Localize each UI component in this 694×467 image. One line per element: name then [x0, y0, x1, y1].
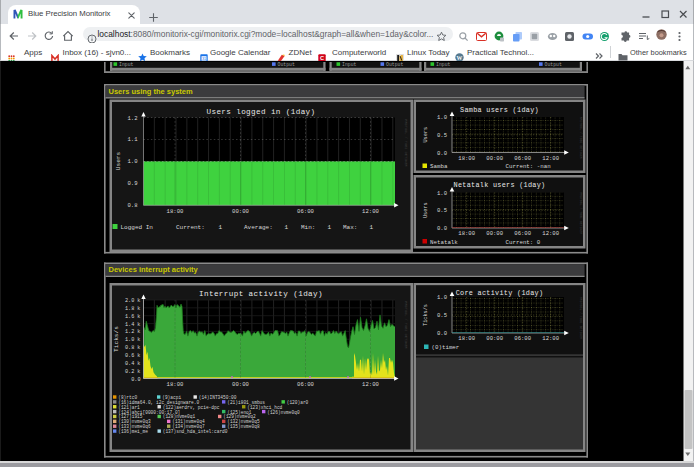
svg-text:06:00: 06:00: [297, 381, 314, 388]
svg-text:Users: Users: [115, 151, 122, 170]
svg-text:0.9: 0.9: [127, 180, 137, 187]
svg-text:00:00: 00:00: [486, 155, 503, 162]
svg-text:0.5: 0.5: [437, 207, 447, 214]
svg-text:0.2 k: 0.2 k: [125, 369, 141, 375]
svg-text:Ticks/s: Ticks/s: [113, 326, 120, 352]
svg-text:W: W: [457, 54, 463, 60]
svg-text:31: 31: [201, 57, 205, 61]
svg-text:Logged In: Logged In: [121, 224, 154, 231]
svg-text:1.0: 1.0: [127, 158, 138, 165]
svg-text:1.8 k: 1.8 k: [125, 306, 141, 312]
svg-text:(136)mei_me: (136)mei_me: [118, 429, 148, 434]
svg-text:00:00: 00:00: [486, 335, 503, 342]
svg-text:12:00: 12:00: [362, 381, 379, 388]
svg-text:Users using the system: Users using the system: [109, 87, 194, 96]
svg-text:0.5: 0.5: [437, 132, 447, 139]
svg-text:2.0 k: 2.0 k: [125, 298, 141, 304]
svg-text:RRDTOOL / TOBI OETIKER: RRDTOOL / TOBI OETIKER: [579, 117, 583, 159]
svg-text:00:00: 00:00: [232, 381, 249, 388]
svg-text:Users: Users: [423, 127, 429, 143]
svg-text:Max:: Max:: [343, 224, 357, 231]
svg-text:00:00: 00:00: [232, 208, 249, 215]
svg-text:Output: Output: [545, 62, 562, 67]
svg-text:06:00: 06:00: [514, 155, 531, 162]
svg-text:1.2 k: 1.2 k: [125, 329, 141, 335]
svg-text:0.5: 0.5: [437, 312, 447, 319]
svg-text:1.0: 1.0: [437, 294, 448, 301]
svg-text:Interrupt activity (1day): Interrupt activity (1day): [199, 290, 323, 298]
svg-text:Users logged in (1day): Users logged in (1day): [206, 108, 315, 116]
svg-text:00:00: 00:00: [486, 230, 503, 237]
svg-text:RRDTOOL / TOBI OETIKER: RRDTOOL / TOBI OETIKER: [404, 301, 408, 349]
svg-text:Current:: Current:: [176, 224, 205, 231]
svg-text:(126)nvme0q0: (126)nvme0q0: [267, 410, 300, 415]
svg-text:1: 1: [327, 224, 331, 231]
svg-text:1.2: 1.2: [127, 115, 137, 122]
svg-text:Netatalk users (1day): Netatalk users (1day): [454, 181, 546, 189]
svg-text:RRDTOOL / TOBI OETIKER: RRDTOOL / TOBI OETIKER: [579, 297, 583, 339]
svg-text:Core activity (1day): Core activity (1day): [456, 289, 544, 297]
svg-text:RRDTOOL / TOBI OETIKER: RRDTOOL / TOBI OETIKER: [404, 119, 408, 167]
svg-text:06:00: 06:00: [297, 208, 314, 215]
svg-text:Input: Input: [342, 62, 357, 67]
svg-text:Output: Output: [278, 62, 295, 67]
svg-text:18:00: 18:00: [167, 208, 184, 215]
svg-text:1.1: 1.1: [127, 136, 138, 143]
svg-text:18:00: 18:00: [458, 230, 475, 237]
svg-text:RRDTOOL / TOBI OETIKER: RRDTOOL / TOBI OETIKER: [579, 192, 583, 234]
svg-text:18:00: 18:00: [458, 335, 475, 342]
svg-text:0.0: 0.0: [437, 225, 448, 232]
svg-text:1.4 k: 1.4 k: [125, 322, 141, 328]
svg-text:0.0: 0.0: [131, 377, 140, 383]
svg-text:0.4 k: 0.4 k: [125, 361, 141, 367]
svg-text:Current: -nan: Current: -nan: [506, 163, 551, 170]
svg-text:06:00: 06:00: [514, 335, 531, 342]
svg-text:C: C: [320, 55, 324, 61]
svg-text:12:00: 12:00: [362, 208, 379, 215]
svg-text:Current: 0: Current: 0: [506, 239, 541, 246]
svg-text:1: 1: [218, 224, 222, 231]
svg-text:0.8: 0.8: [127, 202, 137, 209]
svg-text:1: 1: [284, 224, 288, 231]
svg-text:1.6 k: 1.6 k: [125, 314, 141, 320]
svg-text:06:00: 06:00: [514, 230, 531, 237]
svg-text:1.0 k: 1.0 k: [125, 337, 141, 343]
svg-text:0.0: 0.0: [437, 150, 448, 157]
svg-text:Ticks/s: Ticks/s: [423, 304, 429, 326]
svg-text:Netatalk: Netatalk: [430, 239, 458, 246]
svg-text:Users: Users: [423, 202, 429, 218]
svg-text:1.0: 1.0: [437, 190, 448, 197]
svg-text:1.0: 1.0: [437, 114, 448, 121]
svg-text:Input: Input: [436, 62, 451, 67]
svg-text:Input: Input: [119, 62, 134, 67]
svg-text:Samba users (1day): Samba users (1day): [460, 106, 539, 114]
svg-text:18:00: 18:00: [167, 381, 184, 388]
svg-text:12:00: 12:00: [542, 155, 559, 162]
svg-text:Min:: Min:: [301, 224, 315, 231]
svg-text:18:00: 18:00: [458, 155, 475, 162]
svg-text:Output: Output: [386, 62, 403, 67]
svg-text:(120)ar0: (120)ar0: [287, 400, 309, 405]
svg-text:0.6 k: 0.6 k: [125, 353, 141, 359]
svg-text:1: 1: [369, 224, 373, 231]
svg-text:0.8 k: 0.8 k: [125, 345, 141, 351]
svg-text:Devices interrupt activity: Devices interrupt activity: [109, 265, 199, 274]
svg-text:0.0: 0.0: [437, 330, 448, 337]
svg-text:12:00: 12:00: [542, 230, 559, 237]
svg-text:Average:: Average:: [244, 224, 273, 231]
svg-text:12:00: 12:00: [542, 335, 559, 342]
svg-text:Samba: Samba: [430, 163, 448, 170]
svg-text:(0)timer: (0)timer: [432, 344, 460, 351]
svg-text:(135)nvme0q8: (135)nvme0q8: [227, 424, 260, 429]
svg-text:(137)snd_hda_intel:card0: (137)snd_hda_intel:card0: [163, 429, 228, 434]
